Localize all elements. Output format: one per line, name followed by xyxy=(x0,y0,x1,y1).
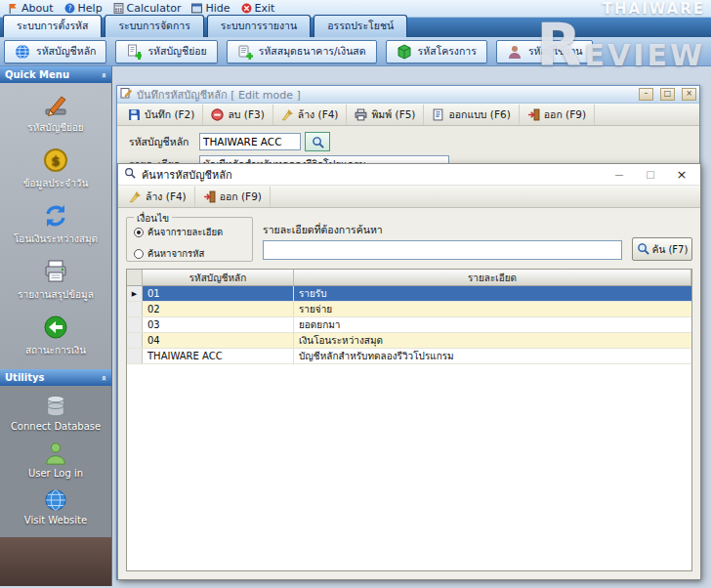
close-button[interactable] xyxy=(669,165,694,185)
globe-icon xyxy=(15,44,30,60)
menu-item-label: Exit xyxy=(255,2,275,15)
edit-window-titlebar[interactable]: บันทึกรหัสบัญชีหลัก [ Edit mode ] xyxy=(117,86,699,104)
toolbar-item-label: ออกแบบ (F6) xyxy=(448,106,510,123)
clear-button[interactable]: ล้าง (F4) xyxy=(273,105,348,125)
close-button[interactable] xyxy=(682,88,696,101)
sidebar-item-sub-account[interactable]: รหัสบัญชีย่อย xyxy=(0,91,111,135)
calculator-icon xyxy=(113,3,124,14)
pencil-icon xyxy=(42,91,69,118)
sidebar-item-daily-data[interactable]: $ ข้อมูลประจำวัน xyxy=(0,147,111,190)
delete-button[interactable]: ลบ (F3) xyxy=(203,105,272,125)
exit-icon xyxy=(241,3,252,14)
cell-description: ยอดยกมา xyxy=(294,317,691,332)
tab-utilities[interactable]: อรรถประโยชน์ xyxy=(314,15,407,37)
save-button[interactable]: บันทึก (F2) xyxy=(120,105,203,125)
utilities-title: Utilitys xyxy=(5,372,44,383)
workspace: บันทึกรหัสบัญชีหลัก [ Edit mode ] บันทึก… xyxy=(112,66,711,586)
main-account-code-button[interactable]: รหัสบัญชีหลัก xyxy=(4,40,106,63)
maximize-button[interactable] xyxy=(638,165,663,185)
exit-button[interactable]: ออก (F9) xyxy=(520,105,595,125)
toolbar-button-label: รหัสโครงการ xyxy=(418,43,477,60)
table-row[interactable]: 02 รายจ่าย xyxy=(127,302,691,317)
row-selector xyxy=(127,333,143,348)
menu-item-about[interactable]: About xyxy=(4,1,61,16)
exit-door-icon xyxy=(527,108,540,121)
table-row[interactable]: 04 เงินโอนระหว่างสมุด xyxy=(127,333,691,349)
main-account-code-input[interactable] xyxy=(199,133,301,150)
table-row[interactable]: 03 ยอดยกมา xyxy=(127,317,691,333)
sidebar-item-summary-report[interactable]: รายงานสรุปข้อมูล xyxy=(0,258,111,302)
tab-management[interactable]: ระบบการจัดการ xyxy=(105,15,203,37)
quick-menu-header[interactable]: Quick Menu » xyxy=(0,66,111,83)
cell-code: 02 xyxy=(143,302,294,316)
toolbar-button-label: รหัสบัญชีหลัก xyxy=(36,43,96,60)
module-tabbar: ระบบการตั้งรหัส ระบบการจัดการ ระบบการราย… xyxy=(0,18,711,37)
tab-reports[interactable]: ระบบการรายงาน xyxy=(207,15,311,37)
transfer-arrows-icon xyxy=(42,202,69,230)
toolbar-item-label: บันทึก (F2) xyxy=(145,106,194,123)
radio-search-by-code[interactable]: ค้นหาจากรหัส xyxy=(134,246,252,261)
main-toolbar: รหัสบัญชีหลัก รหัสบัญชีย่อย รหัสสมุดธนาค… xyxy=(0,37,711,66)
menu-item-help[interactable]: ? Help xyxy=(61,1,109,16)
table-row[interactable]: THAIWARE ACC บัญชีหลักสำหรับทดลองรีวิวโป… xyxy=(127,349,691,364)
toolbar-item-label: ลบ (F3) xyxy=(228,106,264,123)
search-icon xyxy=(637,242,649,257)
radio-icon xyxy=(134,228,144,237)
design-button[interactable]: ออกแบบ (F6) xyxy=(424,105,519,125)
clear-button[interactable]: ล้าง (F4) xyxy=(121,187,195,207)
user-login-icon xyxy=(43,441,68,466)
sidebar-item-transfer[interactable]: โอนเงินระหว่างสมุด xyxy=(0,202,111,246)
find-button[interactable]: ค้น (F7) xyxy=(632,237,692,261)
search-dialog-titlebar[interactable]: ค้นหารหัสบัญชีหลัก xyxy=(118,164,700,186)
table-row[interactable]: 01 รายรับ xyxy=(127,286,691,302)
radio-search-by-description[interactable]: ค้นจากรายละเอียด xyxy=(134,225,252,239)
print-button[interactable]: พิมพ์ (F5) xyxy=(347,105,424,125)
cell-description: บัญชีหลักสำหรับทดลองรีวิวโปรแกรม xyxy=(294,349,691,363)
menu-item-label: About xyxy=(21,2,54,15)
row-selector xyxy=(127,317,143,332)
bankbook-cash-code-button[interactable]: รหัสสมุดธนาคาร/เงินสด xyxy=(227,40,377,63)
sidebar-item-visit-website[interactable]: Visit Website xyxy=(0,487,111,525)
printer-icon xyxy=(42,258,69,285)
menu-item-hide[interactable]: Hide xyxy=(188,1,236,16)
toolbar-button-label: รหัสสมุดธนาคาร/เงินสด xyxy=(259,43,366,60)
sidebar-item-label: รหัสบัญชีย่อย xyxy=(27,120,83,135)
search-dialog-toolbar: ล้าง (F4) ออก (F9) xyxy=(118,186,700,208)
search-term-input[interactable] xyxy=(263,240,622,260)
search-dialog: ค้นหารหัสบัญชีหลัก ล้าง (F4) ออก (F9) xyxy=(117,163,701,580)
app-window: About ? Help Calculator Hide Exit ระบบกา… xyxy=(0,0,711,588)
sidebar-item-connect-database[interactable]: Connect Database xyxy=(0,394,111,432)
results-table: รหัสบัญชีหลัก รายละเอียด 01 รายรับ 02 รา… xyxy=(126,269,692,571)
toolbar-item-label: ออก (F9) xyxy=(544,106,586,123)
sidebar-item-financial-status[interactable]: สถานะการเงิน xyxy=(0,314,111,357)
add-book-icon xyxy=(237,44,253,60)
lookup-button[interactable] xyxy=(305,132,330,151)
find-button-label: ค้น (F7) xyxy=(652,242,689,257)
cell-description: เงินโอนระหว่างสมุด xyxy=(294,333,691,348)
minimize-button[interactable] xyxy=(606,165,632,185)
delete-icon xyxy=(211,108,224,121)
sub-account-code-button[interactable]: รหัสบัญชีย่อย xyxy=(115,40,217,63)
menu-item-exit[interactable]: Exit xyxy=(237,1,282,16)
maximize-button[interactable] xyxy=(660,88,675,101)
sidebar-item-label: ข้อมูลประจำวัน xyxy=(23,176,89,190)
sidebar-item-user-login[interactable]: User Log in xyxy=(0,441,111,479)
clear-broom-icon xyxy=(129,190,142,203)
column-header-code[interactable]: รหัสบัญชีหลัก xyxy=(143,270,294,285)
minimize-button[interactable] xyxy=(639,88,653,101)
exit-door-icon xyxy=(203,190,216,203)
svg-text:$: $ xyxy=(51,153,60,168)
condition-groupbox: เงื่อนไข ค้นจากรายละเอียด ค้นหาจากรหัส xyxy=(126,217,253,262)
tab-code-setup[interactable]: ระบบการตั้งรหัส xyxy=(3,15,102,37)
column-header-description[interactable]: รายละเอียด xyxy=(294,270,691,285)
cube-icon xyxy=(397,44,412,60)
about-flag-icon xyxy=(8,3,19,14)
dollar-coin-icon: $ xyxy=(42,147,69,174)
menu-item-calculator[interactable]: Calculator xyxy=(109,1,188,16)
toolbar-item-label: ออก (F9) xyxy=(220,189,262,205)
utilities-header[interactable]: Utilitys » xyxy=(0,369,111,386)
exit-button[interactable]: ออก (F9) xyxy=(195,187,271,207)
user-code-button[interactable]: รหัสผู้ใช้งาน xyxy=(496,40,594,63)
toolbar-item-label: ล้าง (F4) xyxy=(298,106,339,123)
project-code-button[interactable]: รหัสโครงการ xyxy=(386,40,487,63)
